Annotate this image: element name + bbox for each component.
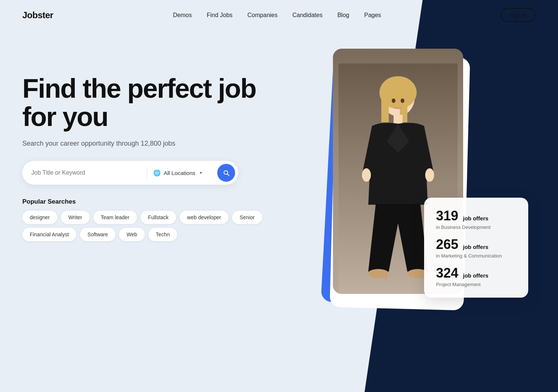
stats-card: 319 job offers in Business Development 2…: [424, 198, 528, 298]
tag-web[interactable]: Web: [119, 228, 145, 241]
nav-item-blog[interactable]: Blog: [337, 12, 349, 18]
stat-label-0: job offers: [463, 215, 488, 221]
nav-links: Demos Find Jobs Companies Candidates Blo…: [173, 12, 381, 19]
left-section: Find the perfect job for you Search your…: [22, 52, 264, 241]
nav-item-pages[interactable]: Pages: [364, 12, 381, 18]
tag-fullstack[interactable]: Fullstack: [141, 211, 176, 224]
tag-techn[interactable]: Techn: [148, 228, 177, 241]
stat-sublabel-1: in Marketing & Communication: [436, 253, 516, 259]
logo[interactable]: Jobster: [22, 10, 53, 20]
tag-team-leader[interactable]: Team leader: [93, 211, 137, 224]
search-keyword-input[interactable]: [31, 169, 141, 176]
svg-point-6: [362, 168, 371, 182]
search-bar: 🌐 All Locations ▾: [22, 161, 238, 185]
svg-point-13: [401, 98, 404, 103]
stat-sublabel-2: Project Management: [436, 282, 516, 287]
navbar: Jobster Demos Find Jobs Companies Candid…: [0, 0, 558, 30]
location-label: All Locations: [164, 170, 195, 176]
nav-item-demos[interactable]: Demos: [173, 12, 192, 18]
svg-point-7: [425, 168, 434, 182]
search-divider: [147, 167, 147, 178]
popular-searches-section: Popular Searches designer Writer Team le…: [22, 198, 264, 241]
popular-title: Popular Searches: [22, 198, 264, 205]
search-icon: [222, 169, 230, 176]
stat-label-2: job offers: [463, 272, 488, 279]
stat-number-0: 319: [436, 208, 458, 223]
tags-row: designer Writer Team leader Fullstack we…: [22, 211, 264, 241]
location-select[interactable]: 🌐 All Locations ▾: [153, 169, 213, 176]
signin-button[interactable]: Sign in: [501, 8, 536, 22]
hero-title: Find the perfect job for you: [22, 75, 264, 131]
search-button[interactable]: [217, 164, 235, 182]
svg-rect-10: [385, 273, 387, 281]
tag-software[interactable]: Software: [80, 228, 115, 241]
stat-number-1: 265: [436, 237, 458, 252]
main-content: Find the perfect job for you Search your…: [0, 30, 558, 346]
stat-number-2: 324: [436, 265, 458, 281]
tag-financial-analyst[interactable]: Financial Analyst: [22, 228, 76, 241]
tag-writer[interactable]: Writer: [61, 211, 90, 224]
svg-rect-3: [381, 93, 389, 122]
right-section: 319 job offers in Business Development 2…: [279, 41, 536, 346]
nav-item-find-jobs[interactable]: Find Jobs: [207, 12, 232, 18]
stat-row-0: 319 job offers in Business Development: [436, 208, 516, 230]
nav-item-companies[interactable]: Companies: [247, 12, 278, 18]
tag-web-developer[interactable]: web developer: [180, 211, 228, 224]
hero-subtitle: Search your career opportunity through 1…: [22, 140, 264, 148]
globe-icon: 🌐: [153, 169, 161, 176]
svg-point-12: [392, 98, 395, 103]
stat-label-1: job offers: [463, 244, 488, 250]
stat-row-2: 324 job offers Project Management: [436, 265, 516, 287]
chevron-down-icon: ▾: [200, 170, 202, 175]
tag-designer[interactable]: designer: [22, 211, 57, 224]
nav-item-candidates[interactable]: Candidates: [292, 12, 323, 18]
stat-row-1: 265 job offers in Marketing & Communicat…: [436, 237, 516, 259]
stat-sublabel-0: in Business Development: [436, 224, 516, 230]
tag-senior[interactable]: Senior: [232, 211, 262, 224]
